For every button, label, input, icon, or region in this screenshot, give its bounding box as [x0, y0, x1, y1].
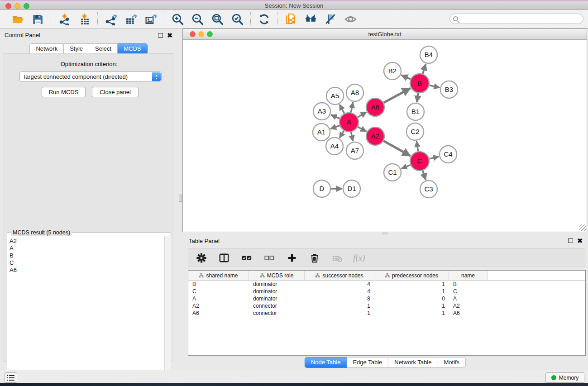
result-item[interactable]: B: [10, 252, 164, 259]
network-minimize-button[interactable]: [198, 31, 204, 37]
tab-mcds[interactable]: MCDS: [118, 43, 147, 54]
edge-C-C2[interactable]: [416, 141, 418, 151]
network-maximize-button[interactable]: [207, 31, 213, 37]
home-icon[interactable]: [304, 12, 317, 26]
node-C1[interactable]: C1: [384, 164, 401, 181]
import-network-icon[interactable]: [57, 12, 71, 26]
minimize-window-button[interactable]: [14, 3, 20, 9]
columns-icon[interactable]: [217, 251, 231, 265]
edge-A-A6[interactable]: [358, 112, 366, 117]
edge-B-B4[interactable]: [423, 64, 426, 74]
node-A[interactable]: A: [339, 113, 359, 132]
delete-table-icon[interactable]: [330, 251, 344, 265]
export-image-icon[interactable]: [144, 12, 158, 26]
zoom-fit-icon[interactable]: [210, 12, 224, 26]
column-header-shared-name[interactable]: shared name: [188, 271, 249, 280]
edge-A-A3[interactable]: [331, 115, 340, 119]
search-input[interactable]: [460, 16, 583, 22]
maximize-window-button[interactable]: [24, 3, 29, 9]
zoom-selected-icon[interactable]: [230, 12, 244, 26]
tab-motifs[interactable]: Motifs: [438, 357, 466, 368]
task-history-button[interactable]: [5, 372, 17, 383]
node-C4[interactable]: C4: [440, 146, 457, 163]
result-scrollbar[interactable]: [164, 236, 170, 382]
refresh-icon[interactable]: [257, 12, 271, 26]
zoom-in-icon[interactable]: [171, 12, 184, 26]
tab-edge-table[interactable]: Edge Table: [347, 357, 388, 368]
mcds-result-list[interactable]: A2ABCA6: [8, 236, 164, 382]
edge-A-A5[interactable]: [339, 105, 344, 114]
tab-select[interactable]: Select: [89, 43, 118, 54]
table-row[interactable]: A2connector11A2: [188, 302, 585, 310]
edge-B-B2[interactable]: [402, 75, 411, 79]
column-header-name[interactable]: name: [449, 271, 488, 280]
edge-C-C4[interactable]: [429, 157, 439, 159]
export-network-icon[interactable]: [104, 12, 118, 26]
result-item[interactable]: A6: [10, 267, 164, 274]
edge-A-A7[interactable]: [351, 132, 353, 141]
show-graphics-details-icon[interactable]: [344, 12, 357, 26]
float-panel-icon[interactable]: [158, 33, 163, 38]
vertical-split-handle[interactable]: [179, 195, 182, 202]
edge-A-A1[interactable]: [330, 126, 339, 129]
tab-style[interactable]: Style: [64, 43, 89, 54]
table-row[interactable]: A6connector11A6: [188, 310, 585, 317]
close-window-button[interactable]: [5, 3, 11, 9]
edge-C-C1[interactable]: [402, 165, 411, 169]
tab-network[interactable]: Network: [29, 43, 64, 54]
result-item[interactable]: A2: [10, 238, 164, 245]
result-item[interactable]: A: [10, 245, 164, 252]
node-B[interactable]: B: [410, 74, 429, 93]
delete-icon[interactable]: [308, 251, 321, 265]
select-all-icon[interactable]: [240, 251, 253, 265]
network-graph[interactable]: B4 B2 B B3 B1 A5 A8 A3 A6 A A1 A2 C2 A4 …: [183, 40, 587, 232]
column-header-predecessor-nodes[interactable]: predecessor nodes: [374, 271, 449, 280]
settings-icon[interactable]: [195, 251, 208, 265]
node-A1[interactable]: A1: [313, 124, 330, 141]
node-A3[interactable]: A3: [313, 103, 330, 120]
edge-B-B3[interactable]: [430, 86, 440, 88]
node-B3[interactable]: B3: [440, 81, 458, 98]
edge-A-A8[interactable]: [351, 102, 353, 112]
node-A6[interactable]: A6: [366, 98, 384, 116]
search-field[interactable]: [449, 14, 583, 24]
node-C3[interactable]: C3: [420, 181, 437, 198]
run-mcds-button[interactable]: Run MCDS: [42, 87, 86, 97]
criterion-dropdown[interactable]: largest connected component (directed) ▲…: [19, 71, 162, 82]
table-row[interactable]: Cdominator41C: [188, 288, 585, 295]
table-float-panel-icon[interactable]: [568, 238, 573, 243]
edge-A-A2[interactable]: [358, 127, 366, 131]
memory-button[interactable]: Memory: [545, 372, 584, 383]
node-A4[interactable]: A4: [326, 138, 343, 155]
hide-graphics-details-icon[interactable]: [324, 12, 337, 26]
table-row[interactable]: Adominator80A: [188, 295, 585, 302]
network-close-button[interactable]: [190, 31, 196, 37]
column-header-successor-nodes[interactable]: successor nodes: [305, 271, 374, 280]
close-panel-button[interactable]: Close panel: [92, 87, 139, 97]
table-close-panel-icon[interactable]: ✖: [577, 238, 583, 243]
node-D[interactable]: D: [313, 180, 330, 197]
column-header-mcds-role[interactable]: MCDS role: [249, 271, 305, 280]
deselect-all-icon[interactable]: [263, 251, 276, 265]
node-C2[interactable]: C2: [406, 123, 424, 140]
result-item[interactable]: C: [10, 259, 164, 267]
node-A5[interactable]: A5: [326, 87, 344, 105]
edge-A2-C[interactable]: [383, 141, 410, 156]
node-A8[interactable]: A8: [346, 84, 363, 101]
node-B4[interactable]: B4: [420, 46, 437, 63]
save-icon[interactable]: [31, 12, 44, 26]
node-B1[interactable]: B1: [407, 103, 424, 120]
function-builder-icon[interactable]: f(x): [353, 253, 365, 263]
edge-A6-B[interactable]: [384, 88, 411, 103]
tab-network-table[interactable]: Network Table: [388, 357, 438, 368]
node-A2[interactable]: A2: [366, 127, 384, 145]
open-folder-icon[interactable]: [11, 12, 24, 26]
edge-A-A4[interactable]: [339, 131, 344, 138]
add-icon[interactable]: [285, 251, 299, 265]
network-canvas[interactable]: B4 B2 B B3 B1 A5 A8 A3 A6 A A1 A2 C2 A4 …: [183, 40, 587, 232]
node-D1[interactable]: D1: [343, 180, 360, 197]
zoom-out-icon[interactable]: [191, 12, 204, 26]
window-resize-grip[interactable]: [579, 224, 586, 231]
copy-network-icon[interactable]: [284, 12, 297, 26]
edge-C-C3[interactable]: [423, 171, 426, 180]
